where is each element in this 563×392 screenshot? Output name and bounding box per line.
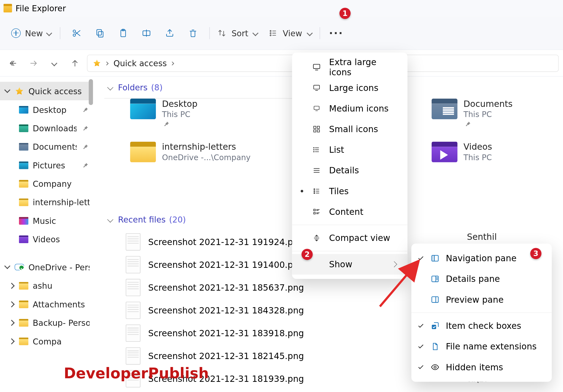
folder-icon: [19, 124, 28, 132]
toolbar-separator: [60, 27, 61, 39]
svg-rect-29: [432, 325, 436, 329]
menu-item-details-pane[interactable]: Details pane: [411, 269, 552, 289]
sidebar-item-pictures[interactable]: Pictures: [0, 156, 93, 174]
view-button[interactable]: View: [266, 26, 314, 40]
chevron-down-icon: [46, 30, 52, 36]
sidebar-item-label: OneDrive - Perso: [28, 262, 89, 272]
sidebar-item-label: Downloads: [33, 123, 77, 133]
file-thumbnail: [126, 347, 140, 365]
sidebar-item-label: Videos: [33, 234, 90, 244]
share-button[interactable]: [159, 24, 181, 42]
sidebar-scrollbar[interactable]: [89, 79, 93, 105]
chevron-down-icon: [4, 264, 10, 271]
back-button[interactable]: [4, 54, 22, 72]
sidebar-item-backup-person[interactable]: Backup- Person: [0, 313, 93, 332]
delete-button[interactable]: [182, 24, 204, 42]
menu-item-details[interactable]: Details: [292, 160, 407, 181]
menu-item-file-name-extensions[interactable]: File name extensions: [411, 336, 552, 357]
check-icon: [417, 343, 424, 350]
sidebar-item-internship-letter[interactable]: internship-letter: [0, 193, 93, 211]
new-button[interactable]: New: [8, 25, 55, 41]
menu-item-preview-pane[interactable]: Preview pane: [411, 289, 552, 310]
star-icon: [15, 86, 24, 96]
check-icon: [417, 323, 424, 329]
sidebar-item-onedrive[interactable]: OneDrive - Perso: [0, 258, 93, 276]
sidebar-item-documents[interactable]: Documents: [0, 137, 93, 156]
overflow-button[interactable]: ···: [325, 27, 347, 39]
recent-section-label: Recent files: [118, 215, 165, 224]
preview-pane-icon: [430, 295, 440, 304]
folder-tile-internship-letters[interactable]: internship-lettersOneDrive -...\Company: [130, 142, 250, 162]
menu-item-item-check-boxes[interactable]: Item check boxes: [411, 316, 552, 336]
file-thumbnail: [126, 279, 140, 296]
folder-location: OneDrive -...\Company: [162, 153, 250, 162]
plus-icon: [11, 28, 21, 38]
menu-item-compact-view[interactable]: Compact view: [292, 228, 407, 248]
chevron-right-icon: [9, 283, 15, 288]
svg-rect-12: [314, 106, 319, 110]
annotation-badge-3: 3: [530, 248, 542, 259]
svg-rect-10: [313, 64, 320, 69]
breadcrumb-item[interactable]: Quick access: [114, 58, 167, 68]
svg-rect-16: [317, 130, 319, 132]
folder-icon: [19, 106, 28, 113]
sidebar-item-label: Documents: [33, 142, 77, 151]
scissors-icon: [72, 28, 81, 38]
folders-section-count: (8): [151, 83, 162, 92]
folder-icon: [19, 235, 28, 243]
copy-button[interactable]: [89, 24, 111, 42]
menu-item-list[interactable]: List: [292, 140, 407, 160]
monitor-icon: [312, 63, 321, 71]
sidebar-item-compa[interactable]: Compa: [0, 332, 93, 350]
folder-icon: [19, 282, 28, 290]
sidebar-item-desktop[interactable]: Desktop: [0, 100, 93, 119]
list-icon: [312, 146, 321, 154]
copy-icon: [95, 28, 105, 38]
sidebar-item-ashu[interactable]: ashu: [0, 276, 93, 295]
sort-button[interactable]: Sort: [215, 26, 260, 40]
menu-item-large-icons[interactable]: Large icons: [292, 77, 407, 98]
menu-separator: [411, 313, 552, 313]
menu-item-hidden-items[interactable]: Hidden items: [411, 357, 552, 377]
folder-tile-videos[interactable]: VideosThis PC: [432, 142, 492, 162]
clipboard-icon: [119, 28, 128, 38]
pin-icon: [81, 162, 90, 168]
cut-button[interactable]: [66, 24, 88, 42]
sidebar-item-label: Company: [33, 179, 90, 188]
chevron-right-icon: [9, 321, 15, 325]
sidebar-item-downloads[interactable]: Downloads: [0, 119, 93, 137]
menu-item-tiles[interactable]: Tiles: [292, 181, 407, 201]
menu-item-medium-icons[interactable]: Medium icons: [292, 98, 407, 119]
forward-button[interactable]: [25, 54, 42, 72]
sidebar-item-videos[interactable]: Videos: [0, 230, 93, 248]
svg-rect-28: [432, 297, 438, 302]
monitor-icon: [312, 84, 321, 92]
sidebar-item-attachments[interactable]: Attachments: [0, 295, 93, 313]
paste-button[interactable]: [112, 24, 134, 42]
svg-rect-15: [314, 130, 316, 132]
sidebar-item-label: Music: [33, 216, 90, 225]
sidebar-item-quick-access[interactable]: Quick access: [0, 82, 93, 100]
rename-button[interactable]: [136, 24, 158, 42]
details-icon: [312, 166, 321, 174]
folder-tile-desktop[interactable]: DesktopThis PC: [130, 99, 197, 127]
svg-point-7: [270, 30, 271, 31]
up-button[interactable]: [66, 54, 84, 72]
navigation-pane[interactable]: Quick access DesktopDownloadsDocumentsPi…: [0, 77, 93, 392]
sidebar-item-label: Pictures: [33, 160, 77, 170]
svg-point-21: [314, 191, 315, 192]
folder-tile-documents[interactable]: DocumentsThis PC: [432, 99, 513, 127]
recent-file-row[interactable]: Screenshot 2021-12-31 181720.pngThis PC\…: [104, 390, 563, 392]
menu-item-small-icons[interactable]: Small icons: [292, 119, 407, 139]
svg-point-8: [270, 32, 271, 34]
history-button[interactable]: [46, 54, 63, 72]
folder-name: Documents: [463, 99, 513, 109]
menu-item-content[interactable]: Content: [292, 201, 407, 222]
svg-rect-26: [432, 255, 434, 261]
sidebar-item-music[interactable]: Music: [0, 211, 93, 230]
annotation-badge-2: 2: [302, 249, 313, 260]
sidebar-item-company[interactable]: Company: [0, 174, 93, 193]
svg-point-22: [314, 193, 315, 194]
menu-item-extra-large-icons[interactable]: Extra large icons: [292, 57, 407, 77]
trash-icon: [188, 28, 198, 38]
